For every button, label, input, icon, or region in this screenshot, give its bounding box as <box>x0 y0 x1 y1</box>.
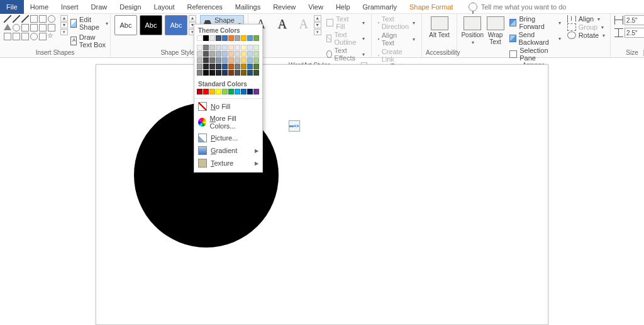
color-swatch[interactable] <box>253 64 259 69</box>
color-swatch[interactable] <box>222 89 228 94</box>
color-swatch[interactable] <box>209 51 215 57</box>
color-swatch[interactable] <box>228 89 234 94</box>
text-outline-button[interactable]: Text Outline▾ <box>324 31 367 46</box>
style-sample-3[interactable]: Abc <box>165 15 187 35</box>
style-sample-1[interactable]: Abc <box>114 15 137 35</box>
shape-height-input[interactable]: 2.5"▲▼ <box>614 15 644 25</box>
tab-help[interactable]: Help <box>330 0 357 14</box>
more-fill-colors-item[interactable]: More Fill Colors... <box>194 113 262 132</box>
tab-mailings[interactable]: Mailings <box>229 0 267 14</box>
document-page[interactable] <box>96 64 548 325</box>
wordart-sample-2[interactable]: A <box>274 15 291 33</box>
text-fill-button[interactable]: Text Fill▾ <box>324 15 367 30</box>
color-swatch[interactable] <box>247 51 253 57</box>
color-swatch[interactable] <box>222 57 228 63</box>
color-swatch[interactable] <box>197 51 203 57</box>
color-swatch[interactable] <box>241 35 247 41</box>
color-swatch[interactable] <box>197 45 203 50</box>
color-swatch[interactable] <box>247 64 253 69</box>
tell-me-search[interactable]: Tell me what you want to do <box>469 3 567 11</box>
tab-review[interactable]: Review <box>267 0 302 14</box>
color-swatch[interactable] <box>247 57 253 63</box>
text-effects-button[interactable]: Text Effects▾ <box>324 47 367 62</box>
color-swatch[interactable] <box>203 35 209 41</box>
color-swatch[interactable] <box>216 70 221 76</box>
align-text-button[interactable]: Align Text▾ <box>375 31 418 47</box>
tab-home[interactable]: Home <box>24 0 55 14</box>
color-swatch[interactable] <box>241 89 247 94</box>
tab-view[interactable]: View <box>302 0 330 14</box>
color-swatch[interactable] <box>209 89 215 94</box>
color-swatch[interactable] <box>209 57 215 63</box>
color-swatch[interactable] <box>203 89 209 94</box>
texture-fill-item[interactable]: Texture ▶ <box>194 157 262 169</box>
color-swatch[interactable] <box>247 70 253 76</box>
color-swatch[interactable] <box>241 70 247 76</box>
picture-fill-item[interactable]: Picture... <box>194 132 262 144</box>
color-swatch[interactable] <box>228 57 234 63</box>
color-swatch[interactable] <box>235 45 240 50</box>
text-direction-button[interactable]: Text Direction▾ <box>375 15 418 30</box>
color-swatch[interactable] <box>241 57 247 63</box>
tab-grammarly[interactable]: Grammarly <box>357 0 403 14</box>
color-swatch[interactable] <box>222 64 228 69</box>
tab-file[interactable]: File <box>0 0 24 14</box>
color-swatch[interactable] <box>253 89 259 94</box>
color-swatch[interactable] <box>197 70 203 76</box>
align-button[interactable]: Align▾ <box>566 15 606 23</box>
color-swatch[interactable] <box>216 89 221 94</box>
shapes-gallery-more[interactable]: ▲▼▾ <box>60 15 68 36</box>
wrap-text-button[interactable]: Wrap Text <box>484 15 506 45</box>
color-swatch[interactable] <box>228 35 234 41</box>
send-backward-button[interactable]: Send Backward▾ <box>508 31 562 46</box>
color-swatch[interactable] <box>216 45 221 50</box>
layout-options-handle[interactable] <box>289 120 300 132</box>
rotate-button[interactable]: Rotate▾ <box>566 31 606 39</box>
color-swatch[interactable] <box>253 35 259 41</box>
tab-layout[interactable]: Layout <box>148 0 181 14</box>
color-swatch[interactable] <box>253 57 259 63</box>
color-swatch[interactable] <box>222 51 228 57</box>
color-swatch[interactable] <box>235 70 240 76</box>
color-swatch[interactable] <box>241 45 247 50</box>
shapes-gallery[interactable] <box>4 15 55 40</box>
position-button[interactable]: Position▾ <box>461 15 484 46</box>
alt-text-button[interactable]: Alt Text <box>426 15 453 38</box>
color-swatch[interactable] <box>228 45 234 50</box>
color-swatch[interactable] <box>253 51 259 57</box>
color-swatch[interactable] <box>235 57 240 63</box>
color-swatch[interactable] <box>235 35 240 41</box>
tab-insert[interactable]: Insert <box>55 0 85 14</box>
color-swatch[interactable] <box>197 35 203 41</box>
color-swatch[interactable] <box>203 51 209 57</box>
color-swatch[interactable] <box>228 70 234 76</box>
edit-shape-button[interactable]: Edit Shape ▾ <box>68 15 111 31</box>
color-swatch[interactable] <box>203 57 209 63</box>
color-swatch[interactable] <box>222 45 228 50</box>
color-swatch[interactable] <box>235 64 240 69</box>
color-swatch[interactable] <box>216 57 221 63</box>
gradient-fill-item[interactable]: Gradient ▶ <box>194 144 262 157</box>
bring-forward-button[interactable]: Bring Forward▾ <box>508 15 562 30</box>
color-swatch[interactable] <box>197 64 203 69</box>
color-swatch[interactable] <box>247 45 253 50</box>
style-sample-2[interactable]: Abc <box>140 15 162 35</box>
wordart-more[interactable]: ▲▼▾ <box>314 15 321 36</box>
color-swatch[interactable] <box>203 64 209 69</box>
color-swatch[interactable] <box>216 51 221 57</box>
color-swatch[interactable] <box>241 51 247 57</box>
color-swatch[interactable] <box>253 45 259 50</box>
no-fill-item[interactable]: No Fill <box>194 100 262 113</box>
wordart-sample-3[interactable]: A <box>295 15 313 33</box>
tab-design[interactable]: Design <box>113 0 147 14</box>
color-swatch[interactable] <box>247 35 253 41</box>
color-swatch[interactable] <box>216 35 221 41</box>
shape-style-gallery[interactable]: Abc Abc Abc <box>114 15 187 35</box>
color-swatch[interactable] <box>222 70 228 76</box>
color-swatch[interactable] <box>209 35 215 41</box>
color-swatch[interactable] <box>241 64 247 69</box>
draw-text-box-button[interactable]: Draw Text Box <box>68 33 111 49</box>
color-swatch[interactable] <box>222 35 228 41</box>
color-swatch[interactable] <box>203 70 209 76</box>
color-swatch[interactable] <box>235 89 240 94</box>
